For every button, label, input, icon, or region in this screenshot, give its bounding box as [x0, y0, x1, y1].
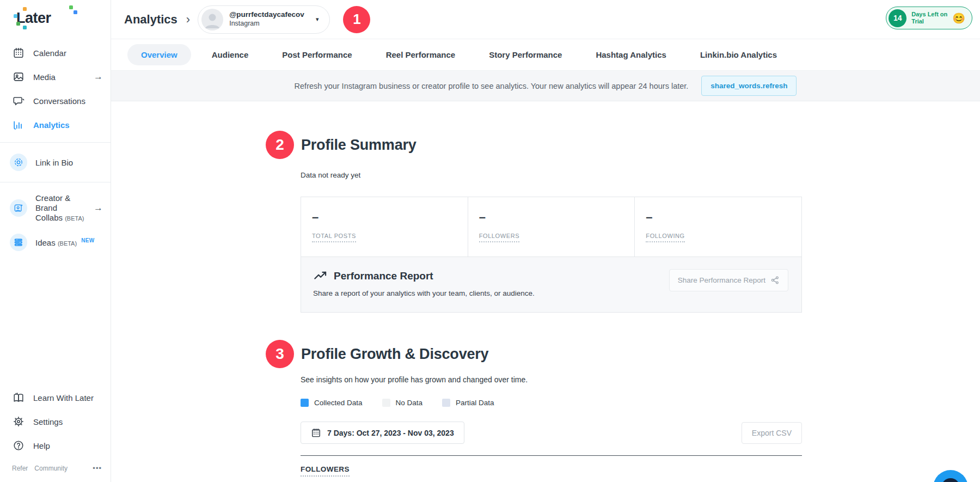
stat-label[interactable]: TOTAL POSTS	[312, 233, 356, 242]
profile-summary-header: 2 Profile Summary	[266, 131, 980, 159]
help-icon	[12, 439, 25, 452]
more-menu-icon[interactable]: •••	[93, 464, 102, 472]
app-window: Later Calendar Media →	[0, 0, 980, 482]
date-range-label: 7 Days: Oct 27, 2023 - Nov 03, 2023	[327, 429, 454, 437]
logo-pixel	[74, 10, 77, 14]
date-range-picker[interactable]: 7 Days: Oct 27, 2023 - Nov 03, 2023	[301, 422, 464, 444]
tab-linkinbio-analytics[interactable]: Linkin.bio Analytics	[687, 44, 790, 65]
performance-report-title: Performance Report	[334, 270, 433, 282]
tab-hashtag-analytics[interactable]: Hashtag Analytics	[583, 44, 679, 65]
beta-tag: (BETA)	[58, 240, 77, 247]
sidebar-divider	[0, 182, 111, 182]
legend-swatch-collected	[301, 399, 309, 407]
sidebar-item-label: Calendar	[33, 48, 66, 58]
account-platform: Instagram	[229, 20, 304, 28]
linkinbio-icon	[10, 154, 27, 171]
sidebar-item-label: Link in Bio	[35, 158, 73, 167]
trial-badge[interactable]: 14 Days Left on Trial 😊	[886, 7, 972, 29]
community-link[interactable]: Community	[34, 465, 68, 472]
tab-overview[interactable]: Overview	[127, 44, 191, 65]
new-badge: NEW	[81, 237, 94, 243]
stat-value: –	[312, 210, 456, 224]
legend-swatch-no-data	[382, 399, 390, 407]
account-handle: @purrfectdaycafecov	[229, 10, 304, 20]
stat-following: – FOLLOWING	[634, 197, 801, 257]
legend-partial-data: Partial Data	[442, 399, 494, 407]
main-area: Analytics › @purrfectdaycafecov Instagra…	[111, 0, 980, 482]
tab-audience[interactable]: Audience	[199, 44, 262, 65]
sidebar-item-label: Learn With Later	[33, 393, 94, 402]
beta-tag: (BETA)	[65, 215, 84, 222]
growth-subtitle: See insights on how your profile has gro…	[301, 375, 802, 384]
sidebar-item-label: Ideas (BETA) NEW	[35, 237, 95, 247]
sidebar-item-learn[interactable]: Learn With Later	[0, 386, 111, 410]
date-range-row: 7 Days: Oct 27, 2023 - Nov 03, 2023 Expo…	[301, 422, 802, 444]
ideas-label: Ideas	[35, 238, 56, 247]
refresh-button[interactable]: shared_words.refresh	[701, 76, 797, 96]
chart-divider	[301, 455, 802, 456]
stats-grid: – TOTAL POSTS – FOLLOWERS – FOLLOWING	[301, 197, 801, 257]
stat-total-posts: – TOTAL POSTS	[301, 197, 468, 257]
legend-label: No Data	[396, 399, 423, 407]
legend-collected-data: Collected Data	[301, 399, 363, 407]
tab-post-performance[interactable]: Post Performance	[269, 44, 365, 65]
trial-label: Days Left on Trial	[911, 11, 947, 25]
profile-summary-title: Profile Summary	[301, 137, 416, 154]
account-selector[interactable]: @purrfectdaycafecov Instagram ▾	[198, 5, 330, 34]
book-icon	[12, 391, 25, 404]
sidebar-item-collabs[interactable]: Creator & Brand Collabs (BETA) →	[0, 188, 111, 228]
logo-pixel	[23, 7, 27, 11]
chevron-down-icon: ▾	[316, 16, 319, 23]
sidebar-item-label: Conversations	[33, 96, 85, 106]
sidebar-item-settings[interactable]: Settings	[0, 410, 111, 434]
sidebar-item-help[interactable]: Help	[0, 434, 111, 457]
tab-story-performance[interactable]: Story Performance	[476, 44, 575, 65]
later-logo[interactable]: Later	[16, 10, 71, 27]
export-csv-button[interactable]: Export CSV	[742, 422, 802, 444]
stat-value: –	[646, 210, 789, 224]
topbar: Analytics › @purrfectdaycafecov Instagra…	[111, 0, 980, 39]
calendar-icon	[311, 428, 321, 438]
chevron-right-icon: ›	[186, 14, 190, 26]
sidebar-item-calendar[interactable]: Calendar	[0, 41, 111, 65]
legend-swatch-partial	[442, 399, 450, 407]
growth-title: Profile Growth & Discovery	[301, 346, 488, 363]
profile-summary-box: – TOTAL POSTS – FOLLOWERS – FOLLOWING	[301, 197, 802, 313]
stat-label[interactable]: FOLLOWING	[646, 233, 684, 242]
growth-header: 3 Profile Growth & Discovery	[266, 340, 980, 368]
trial-days-count: 14	[889, 9, 906, 27]
trending-up-icon	[313, 269, 328, 283]
performance-report-panel: Performance Report Share a report of you…	[301, 257, 801, 312]
sidebar-item-link-in-bio[interactable]: Link in Bio	[0, 148, 111, 176]
sidebar-item-ideas[interactable]: Ideas (BETA) NEW	[0, 228, 111, 257]
sidebar-divider	[0, 142, 111, 143]
logo-pixel	[16, 22, 20, 26]
analytics-tabs: Overview Audience Post Performance Reel …	[111, 39, 980, 71]
collabs-line1: Creator & Brand	[35, 193, 85, 213]
notice-text: Refresh your Instagram business or creat…	[295, 82, 689, 90]
sidebar-item-label: Analytics	[33, 120, 70, 130]
refer-link[interactable]: Refer	[12, 465, 28, 472]
step-badge-1: 1	[343, 6, 370, 33]
bar-chart-icon	[12, 118, 25, 131]
sidebar-item-analytics[interactable]: Analytics	[0, 113, 111, 137]
followers-chart-label[interactable]: FOLLOWERS	[301, 465, 350, 477]
sidebar-footer: Refer Community •••	[0, 457, 111, 480]
page-title: Analytics	[124, 13, 177, 27]
logo-wordmark: Later	[16, 10, 51, 26]
sidebar-item-label: Creator & Brand Collabs (BETA)	[35, 193, 85, 223]
arrow-right-icon: →	[94, 71, 103, 82]
step-badge-3: 3	[266, 340, 294, 368]
sidebar-item-conversations[interactable]: Conversations	[0, 89, 111, 113]
arrow-right-icon: →	[94, 203, 103, 213]
account-text: @purrfectdaycafecov Instagram	[229, 10, 304, 28]
refresh-notice-bar: Refresh your Instagram business or creat…	[111, 71, 980, 101]
chat-logo-icon	[941, 478, 960, 482]
share-performance-report-button[interactable]: Share Performance Report	[669, 269, 788, 291]
logo-pixel	[14, 14, 17, 18]
sidebar-item-media[interactable]: Media →	[0, 65, 111, 89]
tab-reel-performance[interactable]: Reel Performance	[373, 44, 469, 65]
stat-value: –	[479, 210, 623, 224]
chart-legend: Collected Data No Data Partial Data	[301, 399, 802, 407]
stat-label[interactable]: FOLLOWERS	[479, 233, 519, 242]
